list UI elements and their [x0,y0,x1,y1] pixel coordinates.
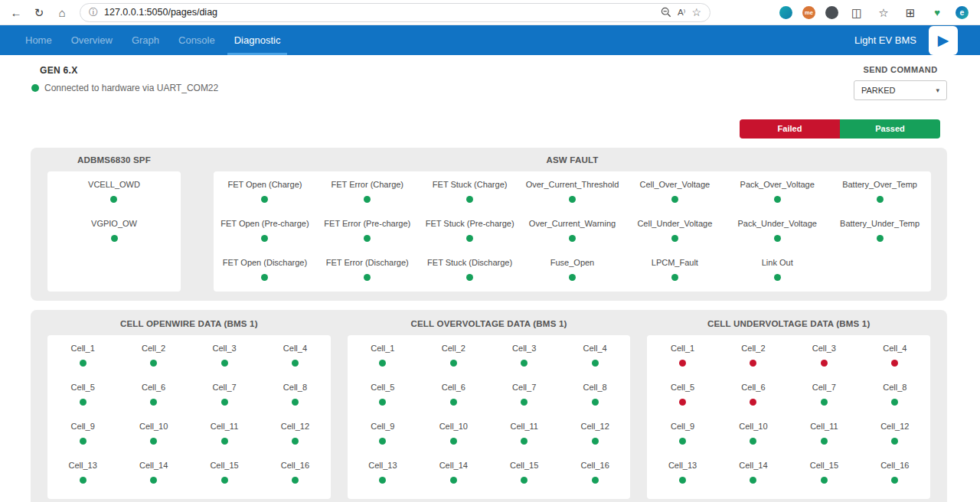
cell-label: Cell_1 [371,344,394,353]
command-dropdown[interactable]: PARKED ▾ [854,80,947,100]
status-item: Pack_Over_Voltage [726,173,828,212]
home-icon[interactable]: ⌂ [54,7,70,18]
cell-status-item: Cell_4 [860,337,930,376]
cell-label: Cell_9 [371,422,394,431]
url-text[interactable]: 127.0.0.1:5050/pages/diag [104,7,655,18]
cell-status-item: Cell_4 [260,337,330,376]
cell-label: Cell_16 [880,461,909,470]
nav-tab[interactable]: Overview [63,25,121,55]
cell-status-item: Cell_1 [647,337,717,376]
cell-label: Cell_8 [583,383,607,392]
status-item: FET Stuck (Discharge) [419,251,521,290]
cell-status-item: Cell_11 [489,415,560,454]
nav-tab[interactable]: Diagnostic [226,25,289,55]
nav-tab[interactable]: Home [17,25,60,55]
split-screen-icon[interactable]: ◫ [848,7,865,18]
nav-tab[interactable]: Graph [123,25,168,55]
collections-icon[interactable]: ⊞ [902,7,919,18]
cell-label: Cell_1 [671,344,694,353]
edge-copilot-icon[interactable]: e [956,6,969,19]
cell-status-item: Cell_4 [560,337,630,376]
refresh-icon[interactable]: ↻ [31,7,47,18]
legend: Failed Passed [0,100,980,148]
site-info-icon[interactable]: ⓘ [89,6,98,19]
read-aloud-icon[interactable]: A⁾ [678,7,686,18]
cell-undervoltage-title: CELL UNDERVOLTAGE DATA (BMS 1) [647,319,930,328]
status-dot [292,438,299,445]
status-dot [221,360,228,367]
toolbar-extensions-area: me ◫ ☆ ⊞ ♥ e [723,6,972,19]
cell-status-item: Cell_3 [189,337,260,376]
cell-overvoltage-card: Cell_1 Cell_2 Cell_3 Cell_4 [348,335,631,499]
status-dot [150,399,157,406]
address-bar[interactable]: ⓘ 127.0.0.1:5050/pages/diag A⁾ ☆ [80,3,710,22]
cell-label: Cell_7 [212,383,236,392]
cell-label: Cell_14 [739,461,767,470]
favorites-hub-icon[interactable]: ☆ [875,7,892,18]
play-button[interactable]: ▶ [929,26,958,55]
send-command-block: SEND COMMAND PARKED ▾ [854,65,947,100]
status-dot [750,438,756,445]
cell-status-item: Cell_16 [260,454,330,493]
status-dot [891,438,898,445]
status-label: Over_Current_Threshold [526,180,619,189]
status-dot [150,360,157,367]
cell-label: Cell_11 [810,422,838,431]
nav-tabs: Home Overview Graph Console Diagnostic [17,25,291,55]
cell-label: Cell_16 [281,461,309,470]
status-dot [466,274,473,281]
status-dot [592,399,599,406]
profile-avatar[interactable]: me [802,6,815,19]
favorite-star-icon[interactable]: ☆ [691,6,701,18]
spf-section: ADBMS6830 SPF VCELL_OWD VGPIO_OW [31,155,198,292]
status-dot [592,438,599,445]
status-item: Pack_Under_Voltage [726,212,828,251]
asw-fault-section: ASW FAULT FET Open (Charge) FET Error (C… [214,155,931,292]
status-item: FET Stuck (Pre-charge) [419,212,521,251]
cell-label: Cell_12 [281,422,309,431]
status-dot [821,360,828,367]
browser-essentials-icon[interactable]: ♥ [929,8,946,18]
status-label: Fuse_Open [550,258,594,267]
status-dot [679,438,686,445]
device-status-block: GEN 6.X Connected to hardware via UART_C… [31,65,218,93]
cell-label: Cell_4 [583,344,607,353]
status-dot [821,477,828,484]
status-label: FET Open (Charge) [227,180,302,189]
status-item: Over_Current_Warning [521,212,624,251]
status-dot [450,399,457,406]
cell-status-item: Cell_7 [189,376,260,415]
cell-label: Cell_11 [510,422,538,431]
connection-status-dot [31,84,39,92]
back-icon[interactable]: ← [8,7,24,18]
cell-status-item: Cell_7 [489,376,560,415]
status-dot [821,438,828,445]
status-label: Battery_Over_Temp [842,180,917,189]
cell-label: Cell_9 [71,422,95,431]
status-dot [891,360,898,367]
connection-status-row: Connected to hardware via UART_COM22 [31,83,218,93]
cell-label: Cell_13 [69,461,97,470]
extension-badge-icon[interactable] [779,6,792,19]
legend-failed-button[interactable]: Failed [740,119,840,139]
legend-passed-button[interactable]: Passed [840,119,940,139]
status-dot [364,235,371,242]
zoom-out-icon[interactable] [661,7,671,18]
cell-label: Cell_5 [671,383,694,392]
status-label: FET Open (Pre-charge) [220,219,309,228]
cell-status-item: Cell_10 [418,415,488,454]
status-label: FET Error (Pre-charge) [324,219,410,228]
cell-overvoltage-section: CELL OVERVOLTAGE DATA (BMS 1) Cell_1 Cel… [348,319,631,499]
status-dot [821,399,828,406]
cell-status-item: Cell_1 [47,337,118,376]
cell-status-item: Cell_3 [489,337,560,376]
nav-tab[interactable]: Console [170,25,224,55]
status-dot [379,438,386,445]
extension-icon[interactable] [825,6,838,19]
status-dot [750,477,756,484]
status-dot [292,399,299,406]
main-navbar: Home Overview Graph Console Diagnostic L… [0,25,980,55]
status-dot [221,399,228,406]
cell-label: Cell_10 [139,422,168,431]
browser-toolbar: ← ↻ ⌂ ⓘ 127.0.0.1:5050/pages/diag A⁾ ☆ m… [0,0,980,25]
